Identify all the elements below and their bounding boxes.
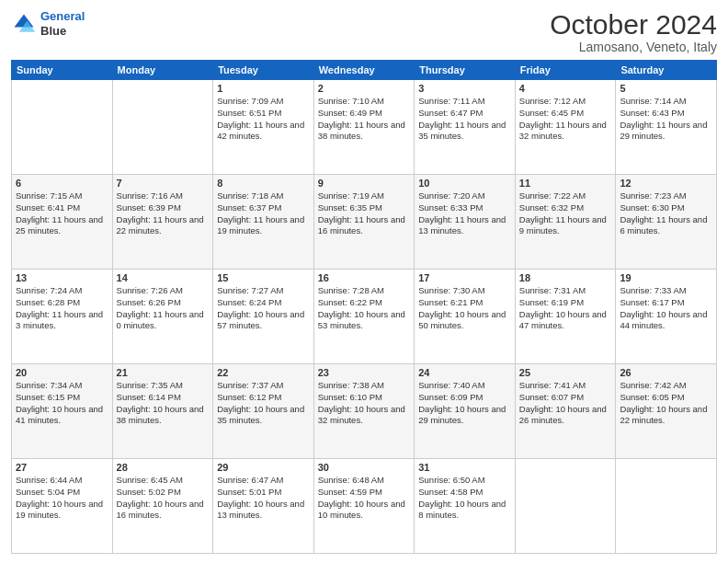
day-number: 22 [217,367,310,378]
day-cell: 6Sunrise: 7:15 AM Sunset: 6:41 PM Daylig… [12,175,113,270]
day-info: Sunrise: 7:41 AM Sunset: 6:07 PM Dayligh… [519,380,612,427]
day-cell: 12Sunrise: 7:23 AM Sunset: 6:30 PM Dayli… [616,175,717,270]
day-cell [112,80,213,175]
day-cell [616,459,717,554]
month-title: October 2024 [550,9,717,40]
day-cell: 5Sunrise: 7:14 AM Sunset: 6:43 PM Daylig… [616,80,717,175]
day-number: 10 [418,178,511,189]
weekday-header: Wednesday [313,61,415,80]
day-number: 7 [117,178,210,189]
day-number: 17 [418,272,511,283]
day-number: 14 [117,272,210,283]
day-cell [12,80,113,175]
day-info: Sunrise: 7:11 AM Sunset: 6:47 PM Dayligh… [418,96,511,143]
day-info: Sunrise: 6:50 AM Sunset: 4:58 PM Dayligh… [418,475,511,522]
day-cell: 16Sunrise: 7:28 AM Sunset: 6:22 PM Dayli… [313,270,415,364]
day-cell: 1Sunrise: 7:09 AM Sunset: 6:51 PM Daylig… [213,80,314,175]
day-cell: 17Sunrise: 7:30 AM Sunset: 6:21 PM Dayli… [415,270,516,364]
day-info: Sunrise: 7:15 AM Sunset: 6:41 PM Dayligh… [16,190,108,237]
day-info: Sunrise: 7:19 AM Sunset: 6:35 PM Dayligh… [318,190,411,237]
day-cell: 14Sunrise: 7:26 AM Sunset: 6:26 PM Dayli… [112,270,213,364]
day-cell: 24Sunrise: 7:40 AM Sunset: 6:09 PM Dayli… [415,364,516,459]
day-info: Sunrise: 7:27 AM Sunset: 6:24 PM Dayligh… [217,285,310,332]
day-info: Sunrise: 7:26 AM Sunset: 6:26 PM Dayligh… [117,285,210,332]
weekday-header-row: SundayMondayTuesdayWednesdayThursdayFrid… [12,61,717,80]
day-cell: 3Sunrise: 7:11 AM Sunset: 6:47 PM Daylig… [415,80,516,175]
week-row: 1Sunrise: 7:09 AM Sunset: 6:51 PM Daylig… [12,80,717,175]
title-block: October 2024 Lamosano, Veneto, Italy [550,9,717,54]
day-cell: 19Sunrise: 7:33 AM Sunset: 6:17 PM Dayli… [616,270,717,364]
day-number: 1 [217,83,310,94]
day-cell: 25Sunrise: 7:41 AM Sunset: 6:07 PM Dayli… [515,364,616,459]
day-cell: 2Sunrise: 7:10 AM Sunset: 6:49 PM Daylig… [313,80,415,175]
day-info: Sunrise: 7:30 AM Sunset: 6:21 PM Dayligh… [418,285,511,332]
day-number: 13 [16,272,108,283]
day-cell: 28Sunrise: 6:45 AM Sunset: 5:02 PM Dayli… [112,459,213,554]
day-number: 20 [16,367,108,378]
day-number: 15 [217,272,310,283]
day-number: 5 [620,83,712,94]
day-number: 4 [519,83,612,94]
day-number: 29 [217,462,310,473]
weekday-header: Friday [515,61,616,80]
day-info: Sunrise: 7:16 AM Sunset: 6:39 PM Dayligh… [117,190,210,237]
week-row: 27Sunrise: 6:44 AM Sunset: 5:04 PM Dayli… [12,459,717,554]
day-number: 2 [318,83,411,94]
day-number: 31 [418,462,511,473]
day-info: Sunrise: 7:42 AM Sunset: 6:05 PM Dayligh… [620,380,712,427]
day-number: 6 [16,178,108,189]
day-cell: 21Sunrise: 7:35 AM Sunset: 6:14 PM Dayli… [112,364,213,459]
day-cell: 7Sunrise: 7:16 AM Sunset: 6:39 PM Daylig… [112,175,213,270]
weekday-header: Tuesday [213,61,314,80]
page: General Blue October 2024 Lamosano, Vene… [0,0,728,563]
logo-icon [11,11,37,37]
day-cell: 18Sunrise: 7:31 AM Sunset: 6:19 PM Dayli… [515,270,616,364]
day-number: 12 [620,178,712,189]
day-cell: 9Sunrise: 7:19 AM Sunset: 6:35 PM Daylig… [313,175,415,270]
day-number: 27 [16,462,108,473]
day-info: Sunrise: 7:18 AM Sunset: 6:37 PM Dayligh… [217,190,310,237]
day-number: 9 [318,178,411,189]
day-cell: 29Sunrise: 6:47 AM Sunset: 5:01 PM Dayli… [213,459,314,554]
day-cell: 22Sunrise: 7:37 AM Sunset: 6:12 PM Dayli… [213,364,314,459]
weekday-header: Saturday [616,61,717,80]
day-info: Sunrise: 7:40 AM Sunset: 6:09 PM Dayligh… [418,380,511,427]
day-cell: 8Sunrise: 7:18 AM Sunset: 6:37 PM Daylig… [213,175,314,270]
calendar: SundayMondayTuesdayWednesdayThursdayFrid… [11,60,717,554]
day-info: Sunrise: 7:37 AM Sunset: 6:12 PM Dayligh… [217,380,310,427]
logo-text: General Blue [40,9,85,38]
day-number: 24 [418,367,511,378]
day-cell: 27Sunrise: 6:44 AM Sunset: 5:04 PM Dayli… [12,459,113,554]
day-info: Sunrise: 7:09 AM Sunset: 6:51 PM Dayligh… [217,96,310,143]
day-info: Sunrise: 7:24 AM Sunset: 6:28 PM Dayligh… [16,285,108,332]
day-number: 8 [217,178,310,189]
day-number: 25 [519,367,612,378]
day-number: 28 [117,462,210,473]
week-row: 13Sunrise: 7:24 AM Sunset: 6:28 PM Dayli… [12,270,717,364]
day-number: 30 [318,462,411,473]
day-number: 11 [519,178,612,189]
day-cell: 11Sunrise: 7:22 AM Sunset: 6:32 PM Dayli… [515,175,616,270]
day-info: Sunrise: 6:45 AM Sunset: 5:02 PM Dayligh… [117,475,210,522]
day-number: 19 [620,272,712,283]
day-info: Sunrise: 7:10 AM Sunset: 6:49 PM Dayligh… [318,96,411,143]
day-cell: 30Sunrise: 6:48 AM Sunset: 4:59 PM Dayli… [313,459,415,554]
day-info: Sunrise: 7:23 AM Sunset: 6:30 PM Dayligh… [620,190,712,237]
header: General Blue October 2024 Lamosano, Vene… [11,9,717,54]
day-cell: 13Sunrise: 7:24 AM Sunset: 6:28 PM Dayli… [12,270,113,364]
day-info: Sunrise: 7:20 AM Sunset: 6:33 PM Dayligh… [418,190,511,237]
day-cell: 20Sunrise: 7:34 AM Sunset: 6:15 PM Dayli… [12,364,113,459]
week-row: 20Sunrise: 7:34 AM Sunset: 6:15 PM Dayli… [12,364,717,459]
day-info: Sunrise: 6:44 AM Sunset: 5:04 PM Dayligh… [16,475,108,522]
week-row: 6Sunrise: 7:15 AM Sunset: 6:41 PM Daylig… [12,175,717,270]
location: Lamosano, Veneto, Italy [550,40,717,54]
day-info: Sunrise: 6:48 AM Sunset: 4:59 PM Dayligh… [318,475,411,522]
day-info: Sunrise: 7:31 AM Sunset: 6:19 PM Dayligh… [519,285,612,332]
day-number: 18 [519,272,612,283]
day-number: 16 [318,272,411,283]
day-info: Sunrise: 7:12 AM Sunset: 6:45 PM Dayligh… [519,96,612,143]
day-info: Sunrise: 7:33 AM Sunset: 6:17 PM Dayligh… [620,285,712,332]
day-cell: 26Sunrise: 7:42 AM Sunset: 6:05 PM Dayli… [616,364,717,459]
weekday-header: Thursday [415,61,516,80]
day-cell: 4Sunrise: 7:12 AM Sunset: 6:45 PM Daylig… [515,80,616,175]
